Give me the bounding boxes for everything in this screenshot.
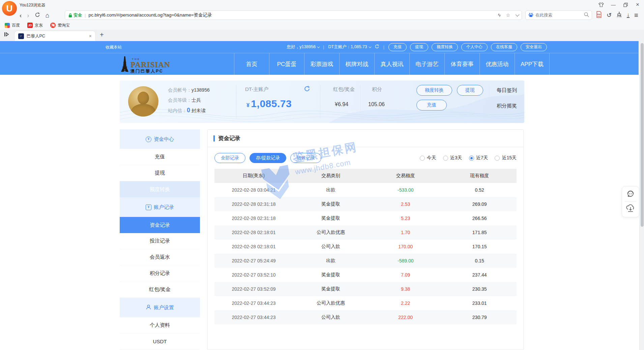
- main-account-text[interactable]: DT主账户：1,085.73: [328, 44, 370, 50]
- sidebar-item[interactable]: 资金记录: [120, 217, 200, 233]
- topbar-button[interactable]: 在线客服: [491, 43, 517, 51]
- bookmark-label: 爱淘宝: [58, 23, 70, 28]
- url-dropdown-icon[interactable]: [516, 13, 519, 17]
- back-button[interactable]: ‹: [20, 12, 22, 19]
- search-magnifier-icon[interactable]: [584, 12, 589, 19]
- new-tab-button[interactable]: +: [100, 31, 104, 39]
- filter-tab[interactable]: 全部记录: [214, 153, 245, 163]
- url-bar[interactable]: 安全 | pc.blryl6.com/#/personal/accountLog…: [65, 10, 522, 20]
- flash-icon[interactable]: ϟ: [498, 12, 500, 18]
- daily-signin-link[interactable]: 每日签到: [497, 87, 517, 94]
- sidebar-item[interactable]: 红包/奖金: [120, 282, 200, 298]
- col-header-date: 日期(美东): [214, 173, 293, 179]
- nav-menu-item[interactable]: 优惠活动: [479, 53, 515, 75]
- nav-menu-item[interactable]: 真人视讯: [374, 53, 409, 75]
- menu-icon[interactable]: ≡: [634, 11, 638, 19]
- cell-amount: 222.00: [369, 315, 443, 320]
- withdraw-button[interactable]: 提现: [457, 85, 483, 96]
- sidebar-item[interactable]: 投注记录: [120, 233, 200, 249]
- browser-tab[interactable]: P 巴黎人PC ×: [15, 31, 95, 41]
- greeting-text[interactable]: 您好，y138956: [287, 44, 319, 50]
- cell-amount: 5.23: [369, 216, 443, 221]
- search-box[interactable]: [525, 10, 592, 20]
- cell-balance: 230.35: [442, 286, 517, 292]
- topbar-button[interactable]: 安全退出: [521, 43, 547, 51]
- cloud-download-icon[interactable]: [626, 204, 635, 214]
- nav-menu-item[interactable]: 体育赛事: [444, 53, 479, 75]
- divider: [625, 201, 636, 202]
- page-scrollbar[interactable]: [639, 41, 644, 350]
- points-lottery-link[interactable]: 积分摇奖: [497, 103, 517, 109]
- restore-button[interactable]: [622, 1, 629, 8]
- deposit-button[interactable]: 充值: [416, 100, 447, 110]
- home-button[interactable]: ⌂: [46, 12, 49, 19]
- cell-date: 2022-02-28 02:18:01: [214, 244, 293, 249]
- customer-service-icon[interactable]: [626, 190, 635, 200]
- sidebar-item[interactable]: 额度转换: [120, 181, 200, 197]
- topbar-button[interactable]: 充值: [388, 43, 407, 51]
- table-row: 2022-02-27 03:52:10 奖金提取 7.09 237.44: [214, 268, 517, 282]
- logo-subtitle: 澳门巴黎人PC: [130, 69, 170, 73]
- cell-balance: 0.15: [442, 258, 517, 263]
- avatar[interactable]: [128, 86, 158, 117]
- site-topbar: 收藏本站 您好，y138956 | DT主账户：1,085.73 | 充值提现额…: [0, 41, 639, 53]
- nav-menu-item[interactable]: 首页: [234, 53, 269, 75]
- bookmark-baidu[interactable]: 百度: [5, 23, 20, 28]
- topbar-button[interactable]: 额度转换: [432, 43, 458, 51]
- nav-menu-item[interactable]: PC蛋蛋: [269, 53, 304, 75]
- search-input[interactable]: [535, 13, 582, 18]
- secure-lock-icon: 安全: [68, 12, 82, 18]
- url-address[interactable]: pc.blryl6.com/#/personal/accountLog?tag=…: [88, 12, 495, 18]
- radio-label: 近15天: [502, 155, 517, 161]
- nav-menu-item[interactable]: 棋牌对战: [339, 53, 374, 75]
- nav-menu-item[interactable]: 彩票游戏: [304, 53, 339, 75]
- sidebar-item[interactable]: USDT: [120, 333, 200, 350]
- cell-balance: 0.52: [442, 187, 517, 193]
- sidebar-item[interactable]: 积分记录: [120, 265, 200, 282]
- minimize-button[interactable]: —: [610, 1, 617, 8]
- sidebar-toggle-icon[interactable]: [4, 32, 9, 38]
- cell-date: 2022-02-28 02:31:18: [214, 216, 293, 221]
- reload-button[interactable]: [35, 12, 40, 19]
- close-button[interactable]: ×: [634, 1, 641, 8]
- bookmark-jd[interactable]: JD 京东: [27, 23, 43, 28]
- topbar-button[interactable]: 提现: [410, 43, 428, 51]
- tab-close-icon[interactable]: ×: [89, 34, 92, 38]
- sidebar-item[interactable]: 充值: [120, 149, 200, 165]
- currency-symbol: ¥: [246, 102, 250, 108]
- date-range-radio[interactable]: 近7天: [469, 155, 488, 161]
- forward-button[interactable]: ›: [27, 12, 29, 19]
- pdf-icon[interactable]: PDF: [596, 11, 602, 19]
- bookmark-star-icon[interactable]: ☆: [506, 12, 510, 18]
- favorite-site-link[interactable]: 收藏本站: [106, 44, 122, 50]
- refresh-wallet-icon[interactable]: [304, 86, 310, 93]
- level-label: 会员等级：: [168, 97, 192, 103]
- date-range-radio[interactable]: 近3天: [443, 155, 462, 161]
- tab-favicon: P: [18, 33, 24, 39]
- filter-tab[interactable]: 存/提款记录: [250, 153, 286, 163]
- sidebar-item[interactable]: 个人资料: [120, 317, 200, 333]
- cell-date: 2022-02-27 03:44:23: [214, 300, 293, 306]
- sidebar-item[interactable]: 提现: [120, 165, 200, 181]
- scrollbar-thumb[interactable]: [641, 43, 644, 227]
- topbar-button[interactable]: 个人中心: [461, 43, 488, 51]
- date-range-radio[interactable]: 近15天: [495, 155, 517, 161]
- transfer-button[interactable]: 额度转换: [416, 85, 452, 96]
- filter-tab[interactable]: 转账记录: [290, 153, 321, 163]
- date-range-radio[interactable]: 今天: [420, 155, 436, 161]
- bookmark-taobao[interactable]: 淘 爱淘宝: [50, 23, 70, 28]
- cleaner-icon[interactable]: [616, 11, 622, 19]
- nav-menu-item[interactable]: APP下载: [515, 53, 550, 75]
- bonus-label: 红包/奖金: [333, 86, 355, 93]
- refresh-balance-icon[interactable]: [375, 44, 379, 50]
- table-row: 2022-02-27 03:44:23 公司入款 222.00 230.79: [214, 310, 517, 324]
- member-mail-row[interactable]: 站内信：0封未读: [168, 105, 210, 116]
- skin-icon[interactable]: [597, 1, 605, 8]
- sidebar-item[interactable]: 会员返水: [120, 249, 200, 265]
- undo-icon[interactable]: ↺: [607, 11, 612, 19]
- site-logo[interactable]: THE PARISIAN 澳门巴黎人PC: [120, 56, 170, 73]
- sidebar-header-label: 账户记录: [154, 204, 174, 211]
- browser-logo[interactable]: U: [2, 1, 17, 16]
- nav-menu-item[interactable]: 电子游艺: [409, 53, 444, 75]
- download-icon[interactable]: ↓: [627, 12, 630, 18]
